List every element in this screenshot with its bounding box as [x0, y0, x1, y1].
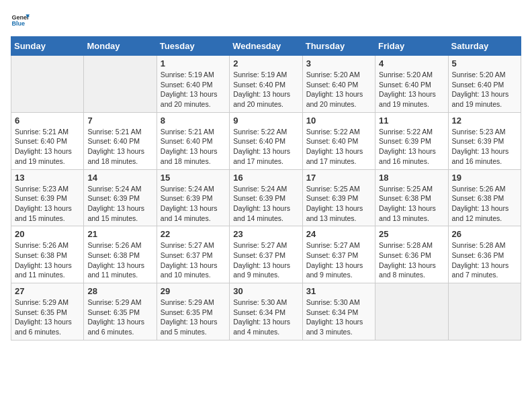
day-number: 19 — [452, 173, 517, 183]
calendar-cell: 1Sunrise: 5:19 AMSunset: 6:40 PMDaylight… — [157, 56, 229, 113]
day-number: 15 — [161, 173, 226, 183]
day-number: 18 — [379, 173, 444, 183]
day-number: 7 — [87, 116, 152, 126]
day-number: 16 — [233, 173, 298, 183]
day-info: Sunrise: 5:27 AMSunset: 6:37 PMDaylight:… — [161, 240, 226, 280]
day-info: Sunrise: 5:28 AMSunset: 6:36 PMDaylight:… — [452, 240, 517, 280]
day-number: 23 — [233, 229, 298, 239]
day-number: 25 — [379, 229, 444, 239]
day-info: Sunrise: 5:30 AMSunset: 6:34 PMDaylight:… — [306, 298, 371, 337]
calendar-cell: 4Sunrise: 5:20 AMSunset: 6:40 PMDaylight… — [375, 56, 448, 113]
calendar-cell — [375, 283, 448, 340]
calendar-cell: 23Sunrise: 5:27 AMSunset: 6:37 PMDayligh… — [230, 226, 302, 283]
weekday-header: Wednesday — [230, 37, 302, 56]
day-info: Sunrise: 5:19 AMSunset: 6:40 PMDaylight:… — [233, 70, 298, 109]
day-info: Sunrise: 5:22 AMSunset: 6:39 PMDaylight:… — [379, 127, 444, 167]
day-info: Sunrise: 5:26 AMSunset: 6:38 PMDaylight:… — [87, 240, 152, 280]
calendar-cell: 5Sunrise: 5:20 AMSunset: 6:40 PMDaylight… — [448, 56, 521, 113]
calendar-cell: 20Sunrise: 5:26 AMSunset: 6:38 PMDayligh… — [11, 226, 84, 283]
day-info: Sunrise: 5:19 AMSunset: 6:40 PMDaylight:… — [161, 70, 226, 109]
day-number: 22 — [161, 229, 226, 239]
day-number: 29 — [161, 286, 226, 296]
day-info: Sunrise: 5:28 AMSunset: 6:36 PMDaylight:… — [379, 240, 444, 280]
day-number: 8 — [161, 116, 226, 126]
day-info: Sunrise: 5:23 AMSunset: 6:39 PMDaylight:… — [452, 127, 517, 167]
day-number: 31 — [306, 286, 371, 296]
day-info: Sunrise: 5:21 AMSunset: 6:40 PMDaylight:… — [87, 127, 152, 167]
calendar-cell: 28Sunrise: 5:29 AMSunset: 6:35 PMDayligh… — [84, 283, 157, 340]
calendar-cell: 19Sunrise: 5:26 AMSunset: 6:38 PMDayligh… — [448, 169, 521, 226]
calendar-week-row: 27Sunrise: 5:29 AMSunset: 6:35 PMDayligh… — [11, 283, 521, 340]
calendar-cell: 16Sunrise: 5:24 AMSunset: 6:39 PMDayligh… — [230, 169, 302, 226]
calendar-cell: 26Sunrise: 5:28 AMSunset: 6:36 PMDayligh… — [448, 226, 521, 283]
day-number: 27 — [15, 286, 80, 296]
day-info: Sunrise: 5:30 AMSunset: 6:34 PMDaylight:… — [233, 298, 298, 337]
day-number: 14 — [87, 173, 152, 183]
calendar-cell: 14Sunrise: 5:24 AMSunset: 6:39 PMDayligh… — [84, 169, 157, 226]
day-info: Sunrise: 5:24 AMSunset: 6:39 PMDaylight:… — [87, 184, 152, 224]
calendar-cell: 6Sunrise: 5:21 AMSunset: 6:40 PMDaylight… — [11, 112, 84, 169]
calendar-cell: 9Sunrise: 5:22 AMSunset: 6:40 PMDaylight… — [230, 112, 302, 169]
calendar-cell: 8Sunrise: 5:21 AMSunset: 6:40 PMDaylight… — [157, 112, 229, 169]
day-info: Sunrise: 5:21 AMSunset: 6:40 PMDaylight:… — [15, 127, 80, 167]
calendar-cell: 29Sunrise: 5:29 AMSunset: 6:35 PMDayligh… — [157, 283, 229, 340]
day-number: 24 — [306, 229, 371, 239]
day-info: Sunrise: 5:25 AMSunset: 6:39 PMDaylight:… — [306, 184, 371, 224]
calendar-cell: 18Sunrise: 5:25 AMSunset: 6:38 PMDayligh… — [375, 169, 448, 226]
day-number: 13 — [15, 173, 80, 183]
page-header: General Blue — [11, 11, 521, 30]
weekday-header: Thursday — [302, 37, 375, 56]
day-info: Sunrise: 5:27 AMSunset: 6:37 PMDaylight:… — [306, 240, 371, 280]
calendar-cell — [84, 56, 157, 113]
calendar-week-row: 20Sunrise: 5:26 AMSunset: 6:38 PMDayligh… — [11, 226, 521, 283]
day-info: Sunrise: 5:27 AMSunset: 6:37 PMDaylight:… — [233, 240, 298, 280]
day-number: 1 — [161, 58, 226, 68]
day-info: Sunrise: 5:23 AMSunset: 6:39 PMDaylight:… — [15, 184, 80, 224]
calendar-cell: 7Sunrise: 5:21 AMSunset: 6:40 PMDaylight… — [84, 112, 157, 169]
day-info: Sunrise: 5:21 AMSunset: 6:40 PMDaylight:… — [161, 127, 226, 167]
calendar-cell: 3Sunrise: 5:20 AMSunset: 6:40 PMDaylight… — [302, 56, 375, 113]
day-number: 28 — [87, 286, 152, 296]
calendar-table: SundayMondayTuesdayWednesdayThursdayFrid… — [11, 36, 521, 340]
day-info: Sunrise: 5:20 AMSunset: 6:40 PMDaylight:… — [452, 70, 517, 109]
calendar-cell: 2Sunrise: 5:19 AMSunset: 6:40 PMDaylight… — [230, 56, 302, 113]
day-info: Sunrise: 5:22 AMSunset: 6:40 PMDaylight:… — [233, 127, 298, 167]
day-number: 21 — [87, 229, 152, 239]
day-info: Sunrise: 5:26 AMSunset: 6:38 PMDaylight:… — [452, 184, 517, 224]
day-number: 30 — [233, 286, 298, 296]
calendar-cell: 11Sunrise: 5:22 AMSunset: 6:39 PMDayligh… — [375, 112, 448, 169]
day-info: Sunrise: 5:20 AMSunset: 6:40 PMDaylight:… — [379, 70, 444, 109]
calendar-week-row: 6Sunrise: 5:21 AMSunset: 6:40 PMDaylight… — [11, 112, 521, 169]
day-number: 6 — [15, 116, 80, 126]
calendar-cell: 13Sunrise: 5:23 AMSunset: 6:39 PMDayligh… — [11, 169, 84, 226]
day-info: Sunrise: 5:24 AMSunset: 6:39 PMDaylight:… — [233, 184, 298, 224]
logo: General Blue — [11, 11, 30, 30]
weekday-header: Monday — [84, 37, 157, 56]
calendar-cell: 17Sunrise: 5:25 AMSunset: 6:39 PMDayligh… — [302, 169, 375, 226]
calendar-cell: 15Sunrise: 5:24 AMSunset: 6:39 PMDayligh… — [157, 169, 229, 226]
calendar-header-row: SundayMondayTuesdayWednesdayThursdayFrid… — [11, 37, 521, 56]
weekday-header: Friday — [375, 37, 448, 56]
day-info: Sunrise: 5:29 AMSunset: 6:35 PMDaylight:… — [161, 298, 226, 337]
weekday-header: Sunday — [11, 37, 84, 56]
logo-icon: General Blue — [11, 11, 30, 30]
day-number: 5 — [452, 58, 517, 68]
day-info: Sunrise: 5:29 AMSunset: 6:35 PMDaylight:… — [87, 298, 152, 337]
calendar-cell: 12Sunrise: 5:23 AMSunset: 6:39 PMDayligh… — [448, 112, 521, 169]
day-number: 12 — [452, 116, 517, 126]
calendar-cell: 24Sunrise: 5:27 AMSunset: 6:37 PMDayligh… — [302, 226, 375, 283]
day-number: 11 — [379, 116, 444, 126]
day-number: 10 — [306, 116, 371, 126]
weekday-header: Tuesday — [157, 37, 229, 56]
day-info: Sunrise: 5:25 AMSunset: 6:38 PMDaylight:… — [379, 184, 444, 224]
calendar-week-row: 1Sunrise: 5:19 AMSunset: 6:40 PMDaylight… — [11, 56, 521, 113]
day-number: 9 — [233, 116, 298, 126]
svg-text:Blue: Blue — [11, 20, 25, 27]
calendar-cell: 30Sunrise: 5:30 AMSunset: 6:34 PMDayligh… — [230, 283, 302, 340]
calendar-cell: 27Sunrise: 5:29 AMSunset: 6:35 PMDayligh… — [11, 283, 84, 340]
calendar-cell — [11, 56, 84, 113]
day-number: 26 — [452, 229, 517, 239]
calendar-cell: 25Sunrise: 5:28 AMSunset: 6:36 PMDayligh… — [375, 226, 448, 283]
calendar-cell — [448, 283, 521, 340]
day-number: 20 — [15, 229, 80, 239]
